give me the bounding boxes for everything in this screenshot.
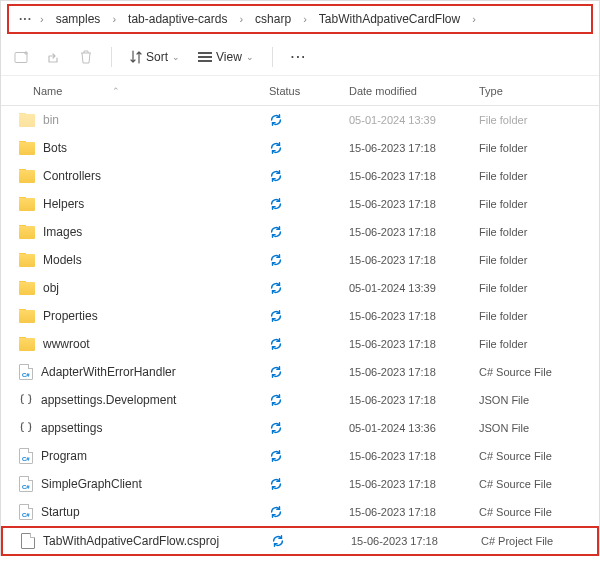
file-date: 15-06-2023 17:18 xyxy=(349,506,479,518)
header-status[interactable]: Status xyxy=(269,85,349,97)
file-date: 15-06-2023 17:18 xyxy=(349,310,479,322)
sync-status-icon xyxy=(269,393,283,407)
file-name: appsettings xyxy=(41,421,102,435)
file-row[interactable]: wwwroot15-06-2023 17:18File folder xyxy=(1,330,599,358)
file-date: 15-06-2023 17:18 xyxy=(349,170,479,182)
file-row[interactable]: C#SimpleGraphClient15-06-2023 17:18C# So… xyxy=(1,470,599,498)
chevron-right-icon: › xyxy=(38,13,46,25)
chevron-right-icon: › xyxy=(237,13,245,25)
file-row[interactable]: bin05-01-2024 13:39File folder xyxy=(1,106,599,134)
file-type: C# Source File xyxy=(479,506,599,518)
toolbar: Sort ⌄ View ⌄ ··· xyxy=(1,38,599,76)
folder-icon xyxy=(19,338,35,351)
file-row[interactable]: Images15-06-2023 17:18File folder xyxy=(1,218,599,246)
file-date: 15-06-2023 17:18 xyxy=(349,450,479,462)
file-type: File folder xyxy=(479,282,599,294)
file-row[interactable]: appsettings.Development15-06-2023 17:18J… xyxy=(1,386,599,414)
cs-file-icon: C# xyxy=(19,448,33,464)
file-date: 05-01-2024 13:39 xyxy=(349,282,479,294)
file-row[interactable]: C#AdapterWithErrorHandler15-06-2023 17:1… xyxy=(1,358,599,386)
file-date: 05-01-2024 13:36 xyxy=(349,422,479,434)
file-name: obj xyxy=(43,281,59,295)
sort-button[interactable]: Sort ⌄ xyxy=(124,50,186,64)
more-button[interactable]: ··· xyxy=(285,50,313,64)
sync-status-icon xyxy=(269,477,283,491)
view-label: View xyxy=(216,50,242,64)
sort-label: Sort xyxy=(146,50,168,64)
sync-status-icon xyxy=(269,309,283,323)
file-row[interactable]: C#Startup15-06-2023 17:18C# Source File xyxy=(1,498,599,526)
folder-icon xyxy=(19,254,35,267)
file-row[interactable]: Controllers15-06-2023 17:18File folder xyxy=(1,162,599,190)
file-type: JSON File xyxy=(479,422,599,434)
folder-icon xyxy=(19,170,35,183)
file-type: C# Source File xyxy=(479,366,599,378)
chevron-down-icon: ⌄ xyxy=(246,52,254,62)
delete-icon[interactable] xyxy=(73,44,99,70)
share-icon[interactable] xyxy=(41,44,67,70)
file-row[interactable]: Helpers15-06-2023 17:18File folder xyxy=(1,190,599,218)
file-date: 15-06-2023 17:18 xyxy=(349,338,479,350)
file-name: AdapterWithErrorHandler xyxy=(41,365,176,379)
file-type: C# Project File xyxy=(481,535,597,547)
breadcrumb: ···›samples›tab-adaptive-cards›csharp›Ta… xyxy=(1,1,599,34)
file-name: SimpleGraphClient xyxy=(41,477,142,491)
file-row[interactable]: Properties15-06-2023 17:18File folder xyxy=(1,302,599,330)
file-date: 05-01-2024 13:39 xyxy=(349,114,479,126)
header-type[interactable]: Type xyxy=(479,85,599,97)
file-type: File folder xyxy=(479,198,599,210)
csproj-file-icon xyxy=(21,533,35,549)
file-name: Bots xyxy=(43,141,67,155)
file-type: File folder xyxy=(479,170,599,182)
file-row[interactable]: Bots15-06-2023 17:18File folder xyxy=(1,134,599,162)
file-name: Startup xyxy=(41,505,80,519)
file-type: File folder xyxy=(479,114,599,126)
folder-icon xyxy=(19,198,35,211)
chevron-right-icon: › xyxy=(110,13,118,25)
file-row[interactable]: C#Program15-06-2023 17:18C# Source File xyxy=(1,442,599,470)
file-name: Properties xyxy=(43,309,98,323)
header-name[interactable]: Name ⌃ xyxy=(19,85,269,97)
view-button[interactable]: View ⌄ xyxy=(192,50,260,64)
file-name: Images xyxy=(43,225,82,239)
sync-status-icon xyxy=(269,505,283,519)
list-view-icon xyxy=(198,52,212,62)
sort-indicator-icon: ⌃ xyxy=(112,86,120,96)
file-date: 15-06-2023 17:18 xyxy=(349,394,479,406)
breadcrumb-item[interactable]: csharp xyxy=(247,10,299,28)
json-file-icon xyxy=(19,392,33,408)
file-row[interactable]: TabWithAdpativeCardFlow.csproj15-06-2023… xyxy=(1,526,599,556)
header-date[interactable]: Date modified xyxy=(349,85,479,97)
folder-icon xyxy=(19,114,35,127)
file-name: wwwroot xyxy=(43,337,90,351)
breadcrumb-item[interactable]: TabWithAdpativeCardFlow xyxy=(311,10,468,28)
file-name: bin xyxy=(43,113,59,127)
sync-status-icon xyxy=(269,197,283,211)
breadcrumb-ellipsis[interactable]: ··· xyxy=(15,12,36,26)
file-row[interactable]: appsettings05-01-2024 13:36JSON File xyxy=(1,414,599,442)
file-row[interactable]: obj05-01-2024 13:39File folder xyxy=(1,274,599,302)
sync-status-icon xyxy=(269,141,283,155)
sync-status-icon xyxy=(269,365,283,379)
file-row[interactable]: Models15-06-2023 17:18File folder xyxy=(1,246,599,274)
separator xyxy=(272,47,273,67)
sync-status-icon xyxy=(269,421,283,435)
sync-status-icon xyxy=(269,281,283,295)
file-type: File folder xyxy=(479,142,599,154)
cs-file-icon: C# xyxy=(19,476,33,492)
cs-file-icon: C# xyxy=(19,504,33,520)
file-date: 15-06-2023 17:18 xyxy=(349,366,479,378)
sync-status-icon xyxy=(271,534,285,548)
file-date: 15-06-2023 17:18 xyxy=(351,535,481,547)
file-type: File folder xyxy=(479,338,599,350)
file-date: 15-06-2023 17:18 xyxy=(349,142,479,154)
breadcrumb-item[interactable]: tab-adaptive-cards xyxy=(120,10,235,28)
file-date: 15-06-2023 17:18 xyxy=(349,226,479,238)
file-type: C# Source File xyxy=(479,450,599,462)
breadcrumb-item[interactable]: samples xyxy=(48,10,109,28)
folder-icon xyxy=(19,310,35,323)
file-type: JSON File xyxy=(479,394,599,406)
new-folder-icon[interactable] xyxy=(9,44,35,70)
file-name: Controllers xyxy=(43,169,101,183)
file-type: C# Source File xyxy=(479,478,599,490)
